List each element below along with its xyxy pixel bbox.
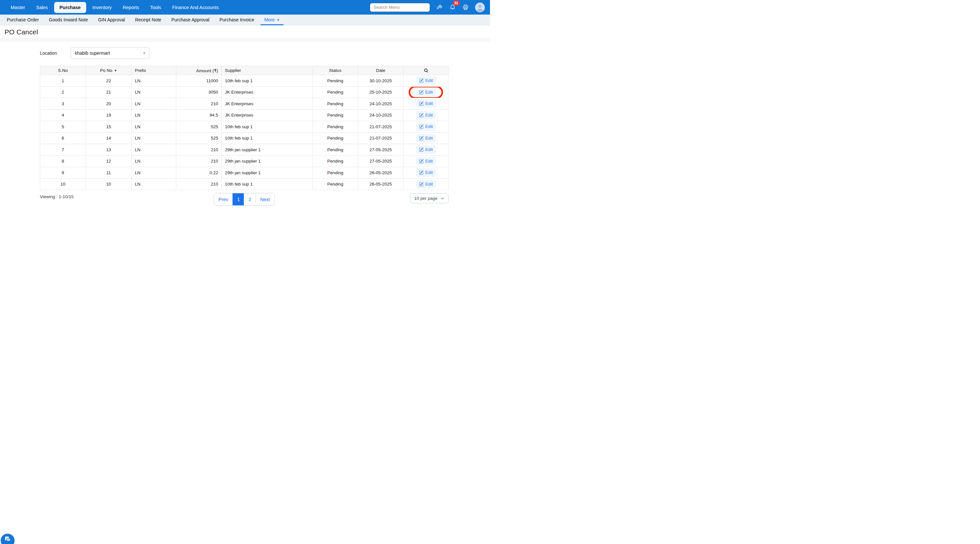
cell-amount: 210: [176, 178, 222, 190]
edit-icon: [419, 147, 423, 152]
page-button-2[interactable]: 2: [244, 193, 255, 205]
table-row: 221LN3050JK EnterprisesPending25-10-2025…: [40, 86, 449, 98]
subnav-item-purchase-invoice[interactable]: Purchase Invoice: [220, 14, 254, 25]
cell-po-no: 14: [86, 132, 132, 144]
edit-button-wrap: Edit: [416, 99, 436, 108]
nav-item-purchase[interactable]: Purchase: [54, 2, 86, 13]
theme-brush-button[interactable]: [436, 3, 443, 11]
location-value: khabib supermart: [75, 51, 110, 56]
cell-action: Edit: [404, 98, 449, 110]
chevron-down-icon: [441, 197, 444, 200]
edit-button[interactable]: Edit: [416, 168, 436, 177]
prev-page-button[interactable]: Prev: [214, 193, 233, 205]
edit-button[interactable]: Edit: [416, 122, 436, 131]
cell-supplier: 29th jan supplier 1: [222, 155, 313, 167]
purchase-subnav: Purchase OrderGoods Inward NoteGIN Appro…: [0, 14, 490, 25]
edit-button-label: Edit: [425, 136, 433, 141]
cell-prefix: LN: [132, 75, 176, 87]
nav-item-reports[interactable]: Reports: [118, 3, 144, 12]
cell-status: Pending: [313, 132, 358, 144]
edit-button[interactable]: Edit: [416, 88, 436, 97]
cell-action: Edit: [404, 144, 449, 156]
column-header-label: Po No: [100, 68, 113, 73]
edit-button[interactable]: Edit: [416, 99, 436, 108]
cell-sno: 1: [40, 75, 86, 87]
table-row: 1010LN21010th feb sup 1Pending26-05-2025…: [40, 178, 449, 190]
location-select[interactable]: khabib supermart ▾: [71, 47, 150, 59]
nav-item-master[interactable]: Master: [6, 3, 30, 12]
search-menu-input[interactable]: [370, 3, 430, 12]
cell-date: 24-10-2025: [358, 109, 404, 121]
subnav-item-goods-inward-note[interactable]: Goods Inward Note: [49, 14, 88, 25]
table-row: 713LN21029th jan supplier 1Pending27-05-…: [40, 144, 449, 156]
edit-button-wrap: Edit: [416, 122, 436, 131]
column-header-search[interactable]: [404, 66, 449, 75]
subnav-item-receipt-note[interactable]: Receipt Note: [135, 14, 161, 25]
cell-date: 25-10-2025: [358, 86, 404, 98]
cell-action: Edit: [404, 178, 449, 190]
nav-item-finance-and-accounts[interactable]: Finance And Accounts: [167, 3, 224, 12]
cell-po-no: 22: [86, 75, 132, 87]
edit-icon: [419, 170, 423, 175]
print-button[interactable]: [462, 3, 469, 11]
cell-supplier: 29th jan supplier 1: [222, 167, 313, 179]
subnav-item-gin-approval[interactable]: GIN Approval: [98, 14, 125, 25]
cell-supplier: 10th feb sup 1: [222, 178, 313, 190]
sort-desc-icon: ▼: [114, 69, 117, 72]
cell-sno: 9: [40, 167, 86, 179]
cell-action: Edit: [404, 167, 449, 179]
subnav-item-label: Purchase Order: [7, 17, 39, 22]
chevron-down-icon: ▼: [277, 18, 280, 22]
column-header-label: Amount (₹): [196, 68, 218, 73]
cell-prefix: LN: [132, 109, 176, 121]
subnav-item-more[interactable]: More▼: [264, 14, 280, 25]
nav-item-tools[interactable]: Tools: [145, 3, 166, 12]
edit-icon: [419, 182, 423, 187]
column-header-po-no[interactable]: Po No▼: [86, 66, 132, 75]
edit-button[interactable]: Edit: [416, 180, 436, 189]
cell-date: 21-07-2025: [358, 132, 404, 144]
per-page-select[interactable]: 10 per page: [410, 193, 449, 203]
subnav-item-purchase-approval[interactable]: Purchase Approval: [172, 14, 210, 25]
subnav-item-purchase-order[interactable]: Purchase Order: [7, 14, 39, 25]
cell-status: Pending: [313, 121, 358, 133]
column-header-amount[interactable]: Amount (₹): [176, 66, 222, 75]
notifications-button[interactable]: 31: [449, 3, 456, 11]
cell-action: Edit: [404, 121, 449, 133]
nav-item-inventory[interactable]: Inventory: [88, 3, 117, 12]
page-button-1[interactable]: 1: [233, 193, 244, 205]
edit-button[interactable]: Edit: [416, 76, 436, 85]
subnav-item-label: Receipt Note: [135, 17, 161, 22]
dropdown-caret-icon: ▾: [143, 51, 145, 56]
cell-supplier: JK Enterprises: [222, 86, 313, 98]
column-header-status[interactable]: Status: [313, 66, 358, 75]
edit-button-label: Edit: [425, 147, 433, 152]
printer-icon: [462, 4, 469, 11]
column-header-supplier[interactable]: Supplier: [222, 66, 313, 75]
cell-sno: 10: [40, 178, 86, 190]
cell-supplier: 10th feb sup 1: [222, 132, 313, 144]
cell-amount: 94.5: [176, 109, 222, 121]
column-header-prefix[interactable]: Prefix: [132, 66, 176, 75]
table-row: 614LN52510th feb sup 1Pending21-07-2025E…: [40, 132, 449, 144]
column-header-label: Prefix: [135, 68, 146, 73]
notification-count-badge: 31: [453, 1, 460, 6]
edit-button-label: Edit: [425, 113, 433, 118]
cell-sno: 4: [40, 109, 86, 121]
paint-brush-icon: [436, 4, 443, 11]
edit-button[interactable]: Edit: [416, 145, 436, 154]
edit-button[interactable]: Edit: [416, 134, 436, 143]
column-header-date[interactable]: Date: [358, 66, 404, 75]
edit-button[interactable]: Edit: [416, 157, 436, 165]
cell-amount: 210: [176, 144, 222, 156]
edit-button-label: Edit: [425, 159, 433, 164]
edit-button-label: Edit: [425, 90, 433, 95]
cell-date: 26-05-2025: [358, 167, 404, 179]
edit-button[interactable]: Edit: [416, 111, 436, 119]
next-page-button[interactable]: Next: [255, 193, 275, 205]
nav-item-sales[interactable]: Sales: [31, 3, 52, 12]
user-avatar[interactable]: [475, 3, 485, 12]
edit-button-wrap: Edit: [416, 88, 436, 97]
edit-button-wrap: Edit: [416, 111, 436, 119]
column-header-s-no[interactable]: S.No: [40, 66, 86, 75]
